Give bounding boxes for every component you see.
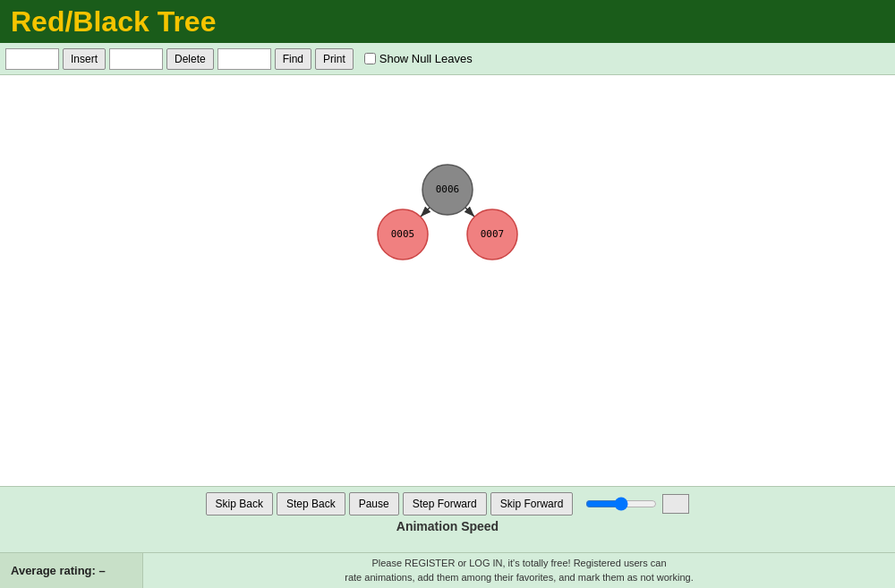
rating-label: Average rating:: [11, 564, 96, 577]
delete-button[interactable]: Delete: [166, 48, 214, 70]
skip-back-button[interactable]: Skip Back: [206, 492, 273, 516]
tree-nodes: 000600050007: [378, 165, 517, 260]
show-null-leaves-text: Show Null Leaves: [379, 52, 473, 65]
rating-value: –: [99, 564, 106, 577]
insert-input[interactable]: [5, 48, 59, 70]
control-buttons-group: Skip Back Step Back Pause Step Forward S…: [206, 492, 690, 516]
find-input[interactable]: [217, 48, 271, 70]
tree-svg: 000600050007: [0, 75, 895, 486]
speed-container: [585, 494, 689, 514]
footer-message: Please REGISTER or LOG IN, it's totally …: [143, 555, 895, 586]
svg-text:0007: 0007: [481, 228, 505, 240]
skip-forward-button[interactable]: Skip Forward: [490, 492, 574, 516]
svg-text:0006: 0006: [436, 183, 460, 195]
rating-section: Average rating: –: [0, 553, 143, 588]
footer: Average rating: – Please REGISTER or LOG…: [0, 552, 895, 588]
animation-speed-label: Animation Speed: [396, 519, 499, 533]
show-null-leaves-label[interactable]: Show Null Leaves: [364, 52, 473, 65]
step-back-button[interactable]: Step Back: [277, 492, 345, 516]
find-button[interactable]: Find: [275, 48, 311, 70]
svg-line-2: [465, 208, 474, 217]
app-title: Red/Black Tree: [11, 5, 216, 38]
svg-text:0005: 0005: [391, 228, 415, 240]
footer-line2: rate animations, add them among their fa…: [345, 572, 693, 583]
app-header: Red/Black Tree: [0, 0, 895, 43]
svg-line-1: [421, 208, 430, 217]
speed-value-box: [662, 494, 689, 514]
delete-input[interactable]: [109, 48, 163, 70]
print-button[interactable]: Print: [315, 48, 354, 70]
step-forward-button[interactable]: Step Forward: [403, 492, 487, 516]
tree-canvas: 000600050007: [0, 75, 895, 486]
speed-slider[interactable]: [585, 496, 657, 512]
toolbar: Insert Delete Find Print Show Null Leave…: [0, 43, 895, 75]
footer-line1: Please REGISTER or LOG IN, it's totally …: [371, 558, 666, 568]
insert-button[interactable]: Insert: [63, 48, 106, 70]
animation-controls: Skip Back Step Back Pause Step Forward S…: [0, 486, 895, 552]
pause-button[interactable]: Pause: [349, 492, 399, 516]
show-null-leaves-checkbox[interactable]: [364, 53, 376, 64]
